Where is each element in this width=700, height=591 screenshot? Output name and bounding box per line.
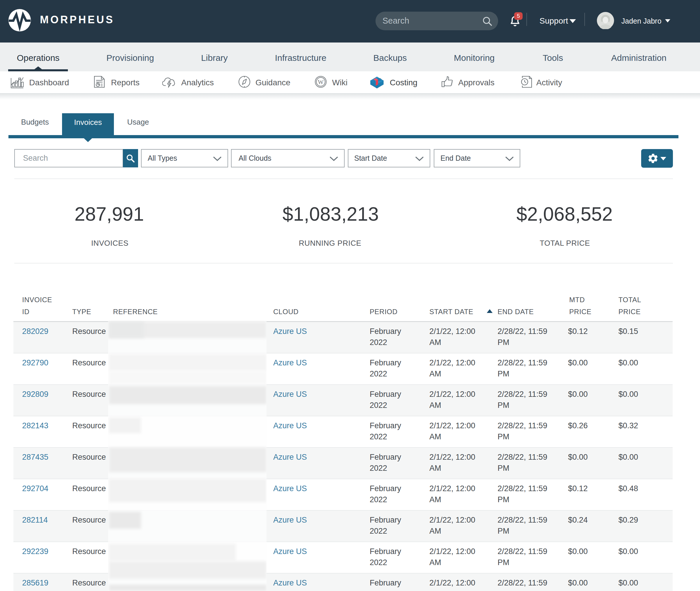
svg-text:W: W (318, 79, 324, 85)
